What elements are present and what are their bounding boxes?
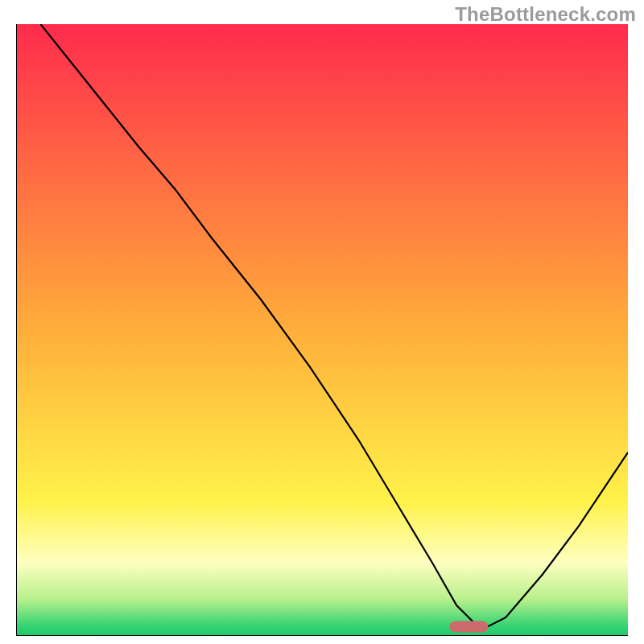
chart-container: TheBottleneck.com — [0, 0, 644, 644]
watermark-text: TheBottleneck.com — [455, 3, 636, 26]
optimum-marker — [449, 621, 488, 633]
gradient-background — [16, 24, 628, 636]
chart-plot-area — [16, 24, 628, 636]
chart-svg — [16, 24, 628, 636]
